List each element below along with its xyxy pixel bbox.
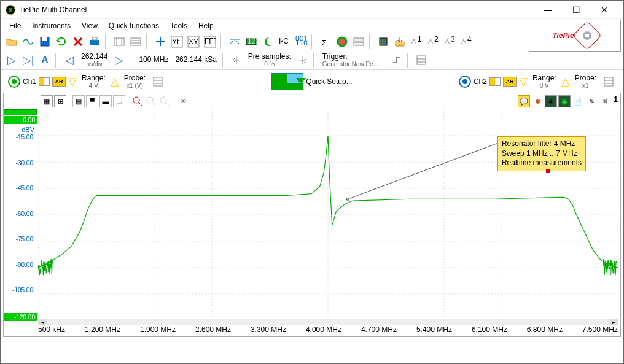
menu-help[interactable]: Help xyxy=(193,20,219,31)
ch2-ar[interactable]: AR xyxy=(503,77,517,87)
sampleclock[interactable]: 100 MHz xyxy=(136,56,171,64)
ch2-settings-icon[interactable] xyxy=(601,74,616,89)
annotation-box[interactable]: Resonator filter 4 MHz Sweep 1 MHz .. 7 … xyxy=(497,136,586,171)
yt-icon[interactable]: Yt xyxy=(170,34,184,49)
add-graph-icon[interactable] xyxy=(153,34,168,49)
svg-text:2: 2 xyxy=(434,36,439,44)
plot-canvas[interactable]: Resonator filter 4 MHz Sweep 1 MHz .. 7 … xyxy=(38,109,618,320)
ch1-settings-icon[interactable] xyxy=(150,74,165,89)
open-icon[interactable] xyxy=(4,34,19,49)
note-icon[interactable]: 📄 xyxy=(572,95,584,107)
delete-icon[interactable] xyxy=(71,34,85,49)
xaxis-tick: 4.000 MHz xyxy=(306,325,341,336)
print-icon[interactable] xyxy=(87,34,102,49)
playonce-icon[interactable]: ▷| xyxy=(21,53,36,68)
trigger[interactable]: Trigger:Generator New Pe... xyxy=(320,53,388,68)
ch1-coupling-icon[interactable] xyxy=(39,77,50,86)
ch1-range-up-icon[interactable]: △ xyxy=(111,75,119,88)
chip-icon[interactable] xyxy=(376,34,391,49)
ch2-indicator-icon[interactable] xyxy=(459,76,471,88)
save-icon[interactable] xyxy=(37,34,52,49)
ch2-probe[interactable]: Probe:x1 xyxy=(572,74,599,89)
seq2-icon[interactable]: 2 xyxy=(426,34,440,49)
menu-tools[interactable]: Tools xyxy=(165,20,192,31)
wave-icon[interactable] xyxy=(21,34,36,49)
style3-icon[interactable]: ▬ xyxy=(99,95,112,107)
style4-icon[interactable]: ▭ xyxy=(113,95,125,107)
butterfly-icon[interactable]: ✱ xyxy=(531,95,544,107)
sigma-icon[interactable]: Σ xyxy=(318,34,333,49)
fft-icon[interactable]: FFT xyxy=(203,34,217,49)
ch1-range[interactable]: Range:4 V xyxy=(79,74,108,89)
meter-icon[interactable]: 123 xyxy=(244,34,259,49)
color-icon[interactable] xyxy=(335,34,349,49)
seq3-icon[interactable]: 3 xyxy=(442,34,457,49)
quicksetup-button[interactable]: Quick Setup... xyxy=(266,71,357,92)
scope1-icon[interactable]: ◈ xyxy=(545,95,557,107)
cursor-icon[interactable] xyxy=(112,34,127,49)
titlebar: TiePie Multi Channel — ☐ ✕ xyxy=(1,1,623,19)
menu-file[interactable]: File xyxy=(4,20,26,31)
zoomreset-icon[interactable] xyxy=(158,95,171,107)
filter-icon[interactable] xyxy=(227,34,242,49)
xaxis-tick: 1.900 MHz xyxy=(140,325,176,336)
menu-view[interactable]: View xyxy=(77,20,103,31)
close-button[interactable]: ✕ xyxy=(590,1,618,19)
ch2-label: Ch2 xyxy=(474,77,487,86)
edit-icon[interactable]: ✎ xyxy=(585,95,598,107)
recordlen[interactable]: 262.144 kSa xyxy=(173,56,219,64)
settings-icon[interactable] xyxy=(414,53,429,68)
ch1-label: Ch1 xyxy=(23,77,36,86)
ch1-range-down-icon[interactable]: ▽ xyxy=(68,75,77,88)
pretrig-left-icon[interactable] xyxy=(229,53,244,68)
yaxis-top: 0.00 xyxy=(4,116,37,124)
minimize-button[interactable]: — xyxy=(534,1,562,19)
xaxis-tick: 500 kHz xyxy=(38,325,65,336)
pretrig-right-icon[interactable] xyxy=(295,53,310,68)
bus-icon[interactable] xyxy=(351,34,366,49)
ch1-probe[interactable]: Probe:x1 (V) xyxy=(122,74,148,89)
ch2-coupling-icon[interactable] xyxy=(489,77,501,86)
svg-rect-27 xyxy=(417,56,426,64)
ch2-range-up-icon[interactable]: △ xyxy=(561,75,570,88)
menu-instruments[interactable]: Instruments xyxy=(27,20,76,31)
timebase-value[interactable]: 262.144µs/div xyxy=(79,53,110,68)
timebase-right-icon[interactable]: ▷ xyxy=(112,53,127,68)
presamples[interactable]: Pre samples:0 % xyxy=(246,53,294,68)
window-title: TiePie Multi Channel xyxy=(19,6,534,14)
refresh-icon[interactable] xyxy=(54,34,69,49)
ch1-indicator-icon[interactable] xyxy=(8,76,20,88)
ch1-ar[interactable]: AR xyxy=(52,77,66,87)
menu-quickfunctions[interactable]: Quick functions xyxy=(104,20,164,31)
grid-icon[interactable]: ▦ xyxy=(41,95,53,107)
zoomout-icon[interactable] xyxy=(145,95,157,107)
toolbar-channels: Ch1 AR ▽ Range:4 V △ Probe:x1 (V) Quick … xyxy=(1,69,623,90)
annotation-line: Realtime measurements xyxy=(502,158,582,168)
axis-icon[interactable]: ⊞ xyxy=(54,95,66,107)
auto-icon[interactable]: A xyxy=(37,53,52,68)
xy-icon[interactable]: XY xyxy=(186,34,201,49)
seq1-icon[interactable]: 1 xyxy=(409,34,424,49)
visible-icon[interactable]: 👁 xyxy=(177,95,189,107)
ch2-range[interactable]: Range:8 V xyxy=(530,74,559,89)
binary-icon[interactable]: 00101101 xyxy=(294,34,308,49)
seq4-icon[interactable]: 4 xyxy=(459,34,474,49)
style2-icon[interactable]: ▀ xyxy=(86,95,98,107)
zoomin-icon[interactable] xyxy=(131,95,144,107)
timebase-left-icon[interactable]: ◁ xyxy=(62,53,77,68)
play-icon[interactable]: ▷ xyxy=(4,53,19,68)
cursor2-icon[interactable] xyxy=(128,34,143,49)
style1-icon[interactable]: ▤ xyxy=(72,95,85,107)
i2c-icon[interactable]: I²C xyxy=(277,34,292,49)
ch2-range-down-icon[interactable]: ▽ xyxy=(519,75,528,88)
moon-icon[interactable] xyxy=(260,34,275,49)
tip-icon[interactable]: 💬 xyxy=(518,95,530,107)
trigedge-icon[interactable] xyxy=(389,53,404,68)
svg-rect-3 xyxy=(92,37,97,40)
xaxis-tick: 7.500 MHz xyxy=(582,325,618,336)
maximize-button[interactable]: ☐ xyxy=(562,1,590,19)
app-icon xyxy=(6,5,15,15)
scope2-icon[interactable]: ◉ xyxy=(558,95,571,107)
clear-icon[interactable]: ✖ xyxy=(599,95,611,107)
export-icon[interactable] xyxy=(392,34,407,49)
